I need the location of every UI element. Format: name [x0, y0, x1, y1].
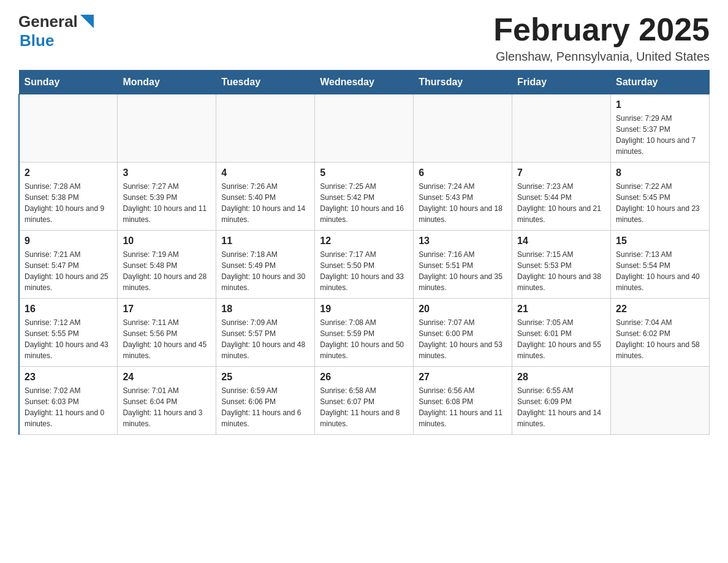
day-number: 26 — [320, 372, 408, 383]
weekday-header-friday: Friday — [512, 71, 611, 94]
calendar-cell: 19Sunrise: 7:08 AM Sunset: 5:59 PM Dayli… — [315, 299, 414, 367]
weekday-header-row: SundayMondayTuesdayWednesdayThursdayFrid… — [19, 71, 710, 94]
logo: General Blue — [18, 12, 94, 50]
month-title: February 2025 — [493, 12, 710, 47]
day-info: Sunrise: 7:05 AM Sunset: 6:01 PM Dayligh… — [517, 317, 605, 361]
day-info: Sunrise: 6:59 AM Sunset: 6:06 PM Dayligh… — [221, 385, 309, 429]
day-info: Sunrise: 7:18 AM Sunset: 5:49 PM Dayligh… — [221, 249, 309, 293]
day-number: 23 — [25, 372, 112, 383]
calendar-cell: 5Sunrise: 7:25 AM Sunset: 5:42 PM Daylig… — [315, 163, 414, 231]
calendar-cell: 21Sunrise: 7:05 AM Sunset: 6:01 PM Dayli… — [512, 299, 611, 367]
logo-text-blue: Blue — [20, 31, 54, 50]
calendar-cell — [512, 94, 611, 163]
calendar-header: SundayMondayTuesdayWednesdayThursdayFrid… — [19, 71, 710, 94]
day-info: Sunrise: 7:02 AM Sunset: 6:03 PM Dayligh… — [25, 385, 112, 429]
logo-text-general: General — [18, 12, 78, 31]
day-number: 19 — [320, 304, 408, 315]
calendar-cell — [19, 94, 118, 163]
day-number: 24 — [123, 372, 211, 383]
calendar-cell: 9Sunrise: 7:21 AM Sunset: 5:47 PM Daylig… — [19, 231, 118, 299]
calendar-body: 1Sunrise: 7:29 AM Sunset: 5:37 PM Daylig… — [19, 94, 710, 435]
calendar-cell — [414, 94, 512, 163]
calendar-cell: 16Sunrise: 7:12 AM Sunset: 5:55 PM Dayli… — [19, 299, 118, 367]
day-info: Sunrise: 7:17 AM Sunset: 5:50 PM Dayligh… — [320, 249, 408, 293]
day-info: Sunrise: 7:25 AM Sunset: 5:42 PM Dayligh… — [320, 181, 408, 225]
day-info: Sunrise: 7:11 AM Sunset: 5:56 PM Dayligh… — [123, 317, 211, 361]
location-subtitle: Glenshaw, Pennsylvania, United States — [493, 50, 710, 64]
title-area: February 2025 Glenshaw, Pennsylvania, Un… — [493, 12, 710, 64]
calendar-cell: 17Sunrise: 7:11 AM Sunset: 5:56 PM Dayli… — [118, 299, 216, 367]
svg-marker-0 — [80, 15, 94, 28]
day-number: 25 — [221, 372, 309, 383]
calendar-cell: 23Sunrise: 7:02 AM Sunset: 6:03 PM Dayli… — [19, 367, 118, 435]
day-number: 21 — [517, 304, 605, 315]
week-row-5: 23Sunrise: 7:02 AM Sunset: 6:03 PM Dayli… — [19, 367, 710, 435]
day-number: 8 — [616, 167, 704, 178]
weekday-header-sunday: Sunday — [19, 71, 118, 94]
day-number: 9 — [25, 236, 112, 247]
day-number: 18 — [221, 304, 309, 315]
day-number: 13 — [419, 236, 507, 247]
day-info: Sunrise: 6:58 AM Sunset: 6:07 PM Dayligh… — [320, 385, 408, 429]
week-row-1: 1Sunrise: 7:29 AM Sunset: 5:37 PM Daylig… — [19, 94, 710, 163]
day-info: Sunrise: 7:23 AM Sunset: 5:44 PM Dayligh… — [517, 181, 605, 225]
day-number: 12 — [320, 236, 408, 247]
week-row-4: 16Sunrise: 7:12 AM Sunset: 5:55 PM Dayli… — [19, 299, 710, 367]
day-number: 6 — [419, 167, 507, 178]
day-info: Sunrise: 7:26 AM Sunset: 5:40 PM Dayligh… — [221, 181, 309, 225]
calendar-cell: 27Sunrise: 6:56 AM Sunset: 6:08 PM Dayli… — [414, 367, 512, 435]
day-number: 15 — [616, 236, 704, 247]
calendar-cell — [315, 94, 414, 163]
day-info: Sunrise: 7:27 AM Sunset: 5:39 PM Dayligh… — [123, 181, 211, 225]
calendar-cell: 8Sunrise: 7:22 AM Sunset: 5:45 PM Daylig… — [611, 163, 710, 231]
day-number: 4 — [221, 167, 309, 178]
calendar-cell: 26Sunrise: 6:58 AM Sunset: 6:07 PM Dayli… — [315, 367, 414, 435]
calendar-cell: 12Sunrise: 7:17 AM Sunset: 5:50 PM Dayli… — [315, 231, 414, 299]
calendar-cell: 6Sunrise: 7:24 AM Sunset: 5:43 PM Daylig… — [414, 163, 512, 231]
day-number: 16 — [25, 304, 112, 315]
calendar-cell — [611, 367, 710, 435]
calendar-cell: 18Sunrise: 7:09 AM Sunset: 5:57 PM Dayli… — [216, 299, 315, 367]
day-info: Sunrise: 7:09 AM Sunset: 5:57 PM Dayligh… — [221, 317, 309, 361]
logo-arrow-icon — [80, 15, 94, 28]
page-header: General Blue February 2025 Glenshaw, Pen… — [18, 12, 710, 64]
calendar-cell: 7Sunrise: 7:23 AM Sunset: 5:44 PM Daylig… — [512, 163, 611, 231]
day-number: 1 — [616, 99, 704, 110]
day-number: 5 — [320, 167, 408, 178]
calendar-cell: 1Sunrise: 7:29 AM Sunset: 5:37 PM Daylig… — [611, 94, 710, 163]
calendar-cell: 3Sunrise: 7:27 AM Sunset: 5:39 PM Daylig… — [118, 163, 216, 231]
day-info: Sunrise: 7:28 AM Sunset: 5:38 PM Dayligh… — [25, 181, 112, 225]
week-row-2: 2Sunrise: 7:28 AM Sunset: 5:38 PM Daylig… — [19, 163, 710, 231]
calendar-cell: 2Sunrise: 7:28 AM Sunset: 5:38 PM Daylig… — [19, 163, 118, 231]
day-number: 22 — [616, 304, 704, 315]
day-number: 17 — [123, 304, 211, 315]
weekday-header-tuesday: Tuesday — [216, 71, 315, 94]
calendar-cell: 28Sunrise: 6:55 AM Sunset: 6:09 PM Dayli… — [512, 367, 611, 435]
day-number: 27 — [419, 372, 507, 383]
day-info: Sunrise: 7:07 AM Sunset: 6:00 PM Dayligh… — [419, 317, 507, 361]
day-info: Sunrise: 7:22 AM Sunset: 5:45 PM Dayligh… — [616, 181, 704, 225]
calendar-cell: 22Sunrise: 7:04 AM Sunset: 6:02 PM Dayli… — [611, 299, 710, 367]
day-number: 28 — [517, 372, 605, 383]
day-number: 14 — [517, 236, 605, 247]
calendar-cell: 10Sunrise: 7:19 AM Sunset: 5:48 PM Dayli… — [118, 231, 216, 299]
calendar-cell: 25Sunrise: 6:59 AM Sunset: 6:06 PM Dayli… — [216, 367, 315, 435]
calendar-cell: 4Sunrise: 7:26 AM Sunset: 5:40 PM Daylig… — [216, 163, 315, 231]
day-info: Sunrise: 7:24 AM Sunset: 5:43 PM Dayligh… — [419, 181, 507, 225]
weekday-header-wednesday: Wednesday — [315, 71, 414, 94]
calendar-cell: 13Sunrise: 7:16 AM Sunset: 5:51 PM Dayli… — [414, 231, 512, 299]
calendar-cell: 15Sunrise: 7:13 AM Sunset: 5:54 PM Dayli… — [611, 231, 710, 299]
day-info: Sunrise: 7:08 AM Sunset: 5:59 PM Dayligh… — [320, 317, 408, 361]
calendar-cell: 24Sunrise: 7:01 AM Sunset: 6:04 PM Dayli… — [118, 367, 216, 435]
day-number: 2 — [25, 167, 112, 178]
weekday-header-monday: Monday — [118, 71, 216, 94]
day-info: Sunrise: 7:01 AM Sunset: 6:04 PM Dayligh… — [123, 385, 211, 429]
weekday-header-saturday: Saturday — [611, 71, 710, 94]
day-info: Sunrise: 6:56 AM Sunset: 6:08 PM Dayligh… — [419, 385, 507, 429]
calendar-cell: 20Sunrise: 7:07 AM Sunset: 6:00 PM Dayli… — [414, 299, 512, 367]
calendar-cell — [118, 94, 216, 163]
day-info: Sunrise: 6:55 AM Sunset: 6:09 PM Dayligh… — [517, 385, 605, 429]
day-info: Sunrise: 7:12 AM Sunset: 5:55 PM Dayligh… — [25, 317, 112, 361]
calendar-cell: 11Sunrise: 7:18 AM Sunset: 5:49 PM Dayli… — [216, 231, 315, 299]
day-info: Sunrise: 7:04 AM Sunset: 6:02 PM Dayligh… — [616, 317, 704, 361]
